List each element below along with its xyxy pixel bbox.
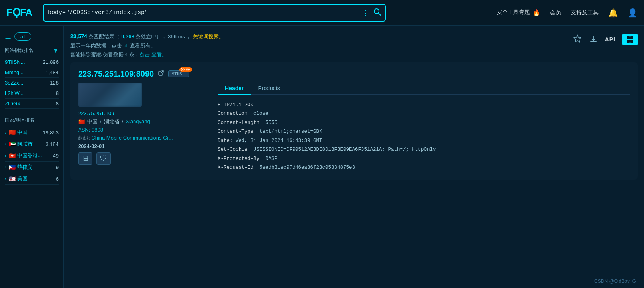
card-header: 223.75.251.109:8090 9TIiS... 999+ bbox=[78, 69, 630, 79]
result-ms: 396 ms bbox=[168, 34, 185, 39]
bell-icon[interactable]: 🔔 bbox=[608, 8, 618, 18]
chevron-right-icon: › bbox=[5, 130, 6, 135]
location-city[interactable]: Xiangyang bbox=[126, 118, 150, 124]
download-icon[interactable] bbox=[589, 34, 598, 45]
card-tabs: Header Products bbox=[218, 83, 630, 95]
fingerprint-list: 9TIiSN... 21,896 Mmng... 1,484 3oZzx... … bbox=[5, 57, 59, 109]
result-note: 显示一年内数据，点击 all 查看所有。 bbox=[70, 41, 224, 50]
card-ip-detail[interactable]: 223.75.251.109 bbox=[78, 110, 206, 116]
location-flag: 🇨🇳 bbox=[78, 118, 85, 125]
toolbar-right: API bbox=[573, 34, 638, 45]
nav-security-tools[interactable]: 安全工具专题 🔥 bbox=[497, 9, 540, 16]
header-line-4: Date: Wed, 31 Jan 2024 16:43:39 GMT bbox=[218, 136, 630, 146]
top-navbar: FϘFA ⋮ 安全工具专题 🔥 会员 支持及工具 🔔 👤 bbox=[0, 0, 644, 26]
main-layout: ☰ all 网站指纹排名 ▼ 9TIiSN... 21,896 Mmng... … bbox=[0, 26, 644, 288]
card-right: Header Products HTTP/1.1 200 Connection:… bbox=[218, 83, 630, 172]
code-icon[interactable]: 🖥 bbox=[78, 152, 92, 165]
card-body: 223.75.251.109 🇨🇳 中国 / 湖北省 / Xiangyang A… bbox=[78, 83, 630, 172]
card-date: 2024-02-01 bbox=[78, 143, 206, 149]
header-line-7: X-Request-Id: 5eedb31ec97d46ea86f23c0583… bbox=[218, 163, 630, 172]
result-summary-line: 23,574 条匹配结果（ 9,268 条独立IP）， 396 ms ， 关键词… bbox=[70, 32, 224, 41]
nav-support-tools[interactable]: 支持及工具 bbox=[571, 9, 599, 16]
card-thumbnail bbox=[78, 83, 142, 107]
ip-port-link[interactable]: 223.75.251.109:8090 bbox=[78, 69, 154, 79]
us-flag: 🇺🇸 bbox=[9, 176, 16, 182]
result-ip: 9,268 bbox=[121, 34, 134, 39]
shield-icon[interactable]: 🛡 bbox=[96, 152, 111, 165]
card-left: 223.75.251.109 🇨🇳 中国 / 湖北省 / Xiangyang A… bbox=[78, 83, 206, 172]
search-input[interactable] bbox=[48, 9, 362, 16]
ph-flag: 🇵🇭 bbox=[9, 164, 16, 170]
star-icon[interactable] bbox=[573, 34, 582, 45]
grid-view-button[interactable] bbox=[622, 34, 638, 45]
search-icon[interactable] bbox=[373, 8, 381, 18]
search-icons: ⋮ bbox=[362, 8, 381, 18]
header-line-6: X-Protected-By: RASP bbox=[218, 154, 630, 164]
fingerprint-filter-icon[interactable]: ▼ bbox=[53, 47, 59, 54]
filter-icon[interactable]: ☰ bbox=[5, 32, 11, 41]
all-badge[interactable]: all bbox=[14, 32, 31, 41]
result-info: 23,574 条匹配结果（ 9,268 条独立IP）， 396 ms ， 关键词… bbox=[70, 32, 224, 59]
api-button[interactable]: API bbox=[605, 36, 615, 43]
fingerprint-section: 网站指纹排名 ▼ 9TIiSN... 21,896 Mmng... 1,484 … bbox=[5, 47, 59, 109]
footer-credit: CSDN @OldBoy_G bbox=[594, 278, 636, 284]
header-line-3: Content-Type: text/html;charset=GBK bbox=[218, 127, 630, 136]
tag-badge[interactable]: 9TIiS... 999+ bbox=[168, 70, 189, 77]
filter-row: ☰ all bbox=[5, 32, 59, 41]
fingerprint-title: 网站指纹排名 ▼ bbox=[5, 47, 59, 54]
header-content: HTTP/1.1 200 Connection: close Content-L… bbox=[218, 101, 630, 172]
fingerprint-item-2[interactable]: 3oZzx... 128 bbox=[5, 78, 59, 88]
badge-count: 999+ bbox=[179, 67, 192, 72]
search-container: ⋮ bbox=[43, 4, 386, 22]
asn-link[interactable]: 9808 bbox=[92, 127, 103, 133]
user-icon[interactable]: 👤 bbox=[628, 8, 638, 18]
country-item-0[interactable]: › 🇨🇳 中国 19,853 bbox=[5, 127, 59, 138]
fingerprint-item-3[interactable]: L2hiW... 8 bbox=[5, 88, 59, 99]
svg-rect-3 bbox=[590, 41, 597, 42]
header-line-5: Set-Cookie: JSESSIONID=DF90512AE3DE8D1BF… bbox=[218, 145, 630, 154]
main-content: 23,574 条匹配结果（ 9,268 条独立IP）， 396 ms ， 关键词… bbox=[64, 26, 644, 288]
logo[interactable]: FϘFA bbox=[6, 6, 38, 19]
org-link[interactable]: China Mobile Communications Gr... bbox=[91, 135, 173, 141]
keyword-search-link[interactable]: 关键词搜索。 bbox=[193, 34, 224, 39]
tab-header[interactable]: Header bbox=[218, 83, 251, 95]
header-line-0: HTTP/1.1 200 bbox=[218, 101, 630, 110]
fire-icon: 🔥 bbox=[532, 9, 540, 16]
country-item-2[interactable]: › 🇭🇰 中国香港... 49 bbox=[5, 150, 59, 162]
country-title: 国家/地区排名 bbox=[5, 117, 59, 124]
header-line-1: Connection: close bbox=[218, 109, 630, 118]
more-icon[interactable]: ⋮ bbox=[362, 8, 369, 17]
result-count: 23,574 bbox=[70, 33, 87, 39]
logo-text2: FA bbox=[20, 6, 32, 19]
chevron-right-icon: › bbox=[5, 153, 6, 158]
chevron-right-icon: › bbox=[5, 165, 6, 170]
warn-link[interactable]: 点击 查看。 bbox=[139, 51, 167, 57]
country-section: 国家/地区排名 › 🇨🇳 中国 19,853 › 🇦🇪 阿联酋 bbox=[5, 117, 59, 185]
country-list: › 🇨🇳 中国 19,853 › 🇦🇪 阿联酋 3,184 bbox=[5, 127, 59, 185]
svg-line-1 bbox=[379, 13, 381, 15]
result-warning: 智能排除蜜罐/仿冒数据 4 条，点击 查看。 bbox=[70, 50, 224, 59]
header-line-2: Content-Length: 5555 bbox=[218, 118, 630, 128]
tab-products[interactable]: Products bbox=[251, 83, 287, 95]
result-card: 223.75.251.109:8090 9TIiS... 999+ bbox=[70, 62, 638, 180]
all-link[interactable]: all bbox=[124, 43, 129, 49]
svg-marker-2 bbox=[574, 35, 581, 42]
svg-rect-6 bbox=[627, 40, 630, 43]
location-province[interactable]: 湖北省 bbox=[104, 118, 120, 125]
country-item-3[interactable]: › 🇵🇭 菲律宾 9 bbox=[5, 162, 59, 173]
location-country[interactable]: 中国 bbox=[87, 118, 98, 125]
fingerprint-item-0[interactable]: 9TIiSN... 21,896 bbox=[5, 57, 59, 67]
country-item-1[interactable]: › 🇦🇪 阿联酋 3,184 bbox=[5, 138, 59, 150]
result-header: 23,574 条匹配结果（ 9,268 条独立IP）， 396 ms ， 关键词… bbox=[70, 26, 638, 62]
country-item-4[interactable]: › 🇺🇸 美国 6 bbox=[5, 173, 59, 185]
svg-rect-7 bbox=[630, 40, 633, 43]
nav-member[interactable]: 会员 bbox=[550, 9, 561, 16]
card-actions: 🖥 🛡 bbox=[78, 152, 206, 165]
link-icon[interactable] bbox=[158, 70, 164, 78]
logo-text: FϘ bbox=[6, 6, 20, 19]
fingerprint-item-4[interactable]: ZIDGX... 8 bbox=[5, 99, 59, 109]
fingerprint-item-1[interactable]: Mmng... 1,484 bbox=[5, 67, 59, 78]
card-org: 组织: China Mobile Communications Gr... bbox=[78, 134, 206, 142]
nav-right: 安全工具专题 🔥 会员 支持及工具 🔔 👤 bbox=[497, 8, 638, 18]
svg-point-0 bbox=[374, 9, 379, 14]
